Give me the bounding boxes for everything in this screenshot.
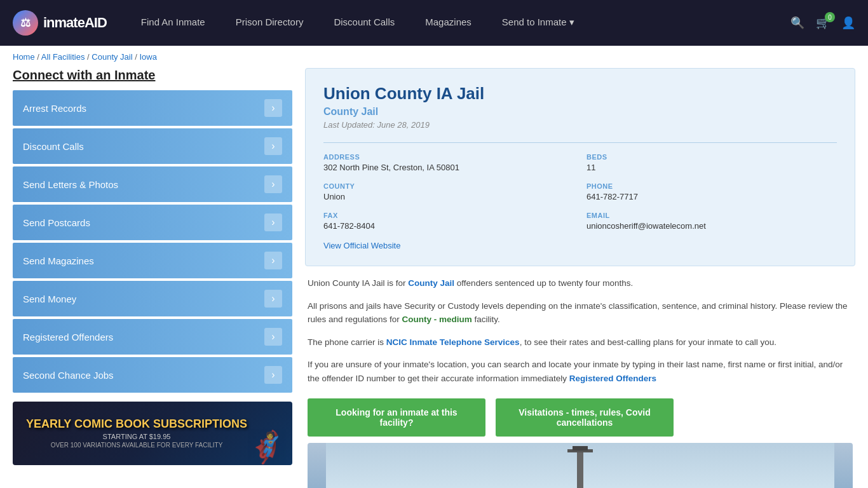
search-button[interactable]: 🔍 (790, 16, 804, 30)
desc-para-4: If you are unsure of your inmate's locat… (308, 358, 853, 385)
phone-group: PHONE 641-782-7717 (587, 182, 837, 201)
view-website-link[interactable]: View Official Website (323, 241, 400, 250)
breadcrumb-all-facilities[interactable]: All Facilities (41, 52, 85, 62)
sidebar-item-label: Send Postcards (23, 217, 90, 228)
main-nav: Find An Inmate Prison Directory Discount… (126, 0, 790, 46)
arrow-icon: › (264, 366, 282, 384)
sidebar-item-label: Discount Calls (23, 141, 84, 152)
svg-rect-3 (573, 446, 588, 451)
facility-photo (308, 443, 853, 488)
address-value: 302 North Pine St, Creston, IA 50801 (323, 163, 574, 172)
nav-discount-calls[interactable]: Discount Calls (318, 0, 410, 46)
fax-group: FAX 641-782-8404 (323, 212, 574, 231)
county-jail-link-1[interactable]: County Jail (408, 278, 454, 288)
desc-para-2: All prisons and jails have Security or C… (308, 299, 853, 327)
sidebar-item-label: Registered Offenders (23, 332, 113, 342)
arrow-icon: › (264, 290, 282, 308)
visitations-button[interactable]: Visitations - times, rules, Covid cancel… (496, 398, 674, 437)
desc-para-3: The phone carrier is NCIC Inmate Telepho… (308, 336, 853, 349)
ad-subtitle: STARTING AT $19.95 (26, 433, 247, 440)
sidebar-item-label: Send Letters & Photos (23, 179, 118, 190)
nav-magazines[interactable]: Magazines (410, 0, 487, 46)
sidebar: Connect with an Inmate Arrest Records › … (13, 68, 292, 488)
sidebar-item-label: Arrest Records (23, 103, 86, 114)
sidebar-item-send-letters[interactable]: Send Letters & Photos › (13, 166, 292, 202)
facility-info-grid: ADDRESS 302 North Pine St, Creston, IA 5… (323, 142, 837, 231)
logo-text: inmateAID (43, 15, 107, 31)
sidebar-item-label: Send Money (23, 294, 76, 304)
ncic-link[interactable]: NCIC Inmate Telephone Services (386, 337, 520, 347)
county-label: COUNTY (323, 182, 574, 190)
county-medium-link[interactable]: County - medium (402, 315, 472, 324)
breadcrumb-home[interactable]: Home (13, 52, 35, 62)
arrow-icon: › (264, 175, 282, 193)
facility-updated: Last Updated: June 28, 2019 (323, 120, 837, 130)
sidebar-title: Connect with an Inmate (13, 68, 292, 83)
cart-button[interactable]: 🛒 0 (816, 16, 830, 30)
arrow-icon: › (264, 214, 282, 231)
address-label: ADDRESS (323, 153, 574, 161)
action-buttons: Looking for an inmate at this facility? … (308, 398, 853, 437)
sidebar-item-send-magazines[interactable]: Send Magazines › (13, 243, 292, 278)
sidebar-item-registered-offenders[interactable]: Registered Offenders › (13, 319, 292, 355)
user-button[interactable]: 👤 (841, 16, 855, 30)
facility-card: Union County IA Jail County Jail Last Up… (305, 68, 855, 266)
site-header: ⚖ inmateAID Find An Inmate Prison Direct… (0, 0, 868, 46)
cart-badge: 0 (825, 12, 835, 22)
breadcrumb-iowa[interactable]: Iowa (139, 52, 156, 62)
svg-rect-1 (577, 449, 583, 488)
address-group: ADDRESS 302 North Pine St, Creston, IA 5… (323, 153, 574, 172)
arrow-icon: › (264, 99, 282, 117)
description-section: Union County IA Jail is for County Jail … (305, 276, 855, 488)
email-group: EMAIL unioncosheriff@iowatelecom.net (587, 212, 837, 231)
arrow-icon: › (264, 328, 282, 346)
facility-name: Union County IA Jail (323, 84, 837, 104)
inmate-search-button[interactable]: Looking for an inmate at this facility? (308, 398, 485, 437)
desc-para-1: Union County IA Jail is for County Jail … (308, 276, 853, 290)
sidebar-item-label: Second Chance Jobs (23, 370, 114, 381)
email-label: EMAIL (587, 212, 837, 219)
logo-icon: ⚖ (13, 10, 38, 36)
nav-find-inmate[interactable]: Find An Inmate (126, 0, 220, 46)
fax-label: FAX (323, 212, 574, 219)
beds-label: BEDS (587, 153, 837, 161)
nav-send-to-inmate[interactable]: Send to Inmate ▾ (487, 0, 590, 46)
content-area: Union County IA Jail County Jail Last Up… (305, 68, 855, 488)
breadcrumb-county-jail[interactable]: County Jail (92, 52, 132, 62)
beds-value: 11 (587, 163, 837, 172)
facility-type: County Jail (323, 106, 837, 118)
arrow-icon: › (264, 137, 282, 155)
arrow-icon: › (264, 252, 282, 269)
facility-image-svg (308, 443, 853, 488)
ad-banner[interactable]: YEARLY COMIC BOOK SUBSCRIPTIONS STARTING… (13, 402, 292, 465)
sidebar-menu: Arrest Records › Discount Calls › Send L… (13, 90, 292, 393)
sidebar-item-send-money[interactable]: Send Money › (13, 281, 292, 316)
sidebar-item-arrest-records[interactable]: Arrest Records › (13, 90, 292, 126)
phone-label: PHONE (587, 182, 837, 190)
nav-icons: 🔍 🛒 0 👤 (790, 16, 855, 30)
main-content: Connect with an Inmate Arrest Records › … (0, 68, 868, 488)
breadcrumb: Home / All Facilities / County Jail / Io… (0, 46, 868, 68)
ad-title: YEARLY COMIC BOOK SUBSCRIPTIONS (26, 418, 247, 431)
county-group: COUNTY Union (323, 182, 574, 201)
county-value: Union (323, 192, 574, 201)
email-value: unioncosheriff@iowatelecom.net (587, 221, 837, 231)
ad-small: OVER 100 VARIATIONS AVAILABLE FOR EVERY … (26, 442, 247, 449)
sidebar-item-discount-calls[interactable]: Discount Calls › (13, 128, 292, 164)
nav-prison-directory[interactable]: Prison Directory (220, 0, 319, 46)
fax-value: 641-782-8404 (323, 221, 574, 231)
beds-group: BEDS 11 (587, 153, 837, 172)
sidebar-item-second-chance-jobs[interactable]: Second Chance Jobs › (13, 357, 292, 393)
phone-value: 641-782-7717 (587, 192, 837, 201)
logo[interactable]: ⚖ inmateAID (13, 10, 107, 36)
sidebar-item-label: Send Magazines (23, 255, 94, 266)
registered-offenders-link[interactable]: Registered Offenders (569, 374, 656, 383)
sidebar-item-send-postcards[interactable]: Send Postcards › (13, 205, 292, 240)
